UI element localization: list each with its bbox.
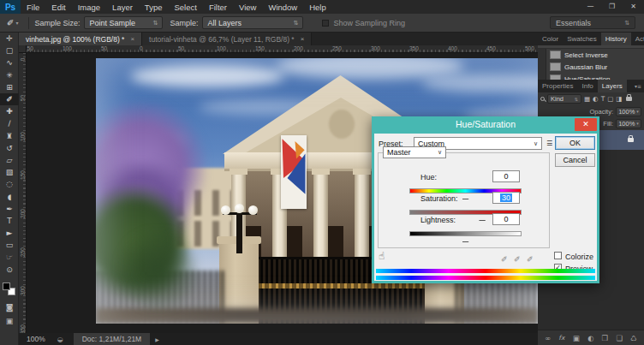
channel-dropdown[interactable]: Master ∨ [383, 146, 446, 158]
history-brush-tool[interactable]: ↺ [0, 142, 19, 154]
panel-tab-swatches[interactable]: Swatches [563, 33, 601, 45]
healing-brush-tool[interactable]: ✚ [0, 105, 19, 117]
saturation-label: Saturation: [420, 194, 458, 203]
show-sampling-ring-checkbox[interactable] [322, 20, 329, 27]
dialog-title[interactable]: Hue/Saturation [372, 116, 599, 134]
screen-mode-icon[interactable]: ▣ [0, 317, 19, 325]
menu-item-file[interactable]: File [27, 3, 39, 12]
document-tab-1[interactable]: tutorial-vinheta @ 66,7% (Layer 11, RGB/… [142, 33, 312, 45]
marquee-tool[interactable]: ▢ [0, 45, 19, 57]
link-layers-icon[interactable]: ∞ [545, 334, 551, 342]
new-layer-icon[interactable]: ❏ [616, 334, 623, 342]
hue-input[interactable]: 0 [492, 170, 520, 182]
zoom-level-field[interactable]: 100% [27, 335, 45, 343]
new-adjustment-layer-icon[interactable]: ◐ [587, 334, 593, 342]
status-expand-icon[interactable]: ▶ [155, 336, 159, 342]
foreground-color-swatch[interactable] [3, 283, 10, 290]
menu-item-view[interactable]: View [239, 3, 256, 12]
menu-item-select[interactable]: Select [174, 3, 196, 12]
menu-item-help[interactable]: Help [309, 3, 326, 12]
tab-close-icon[interactable]: × [301, 35, 305, 43]
panel-tab-actions[interactable]: Actions [631, 33, 644, 45]
filter-lock-icon[interactable] [626, 97, 632, 101]
gradient-tool[interactable]: ▧ [0, 166, 19, 178]
add-layer-mask-icon[interactable]: ▣ [573, 334, 580, 342]
menu-item-filter[interactable]: Filter [209, 3, 227, 12]
lightness-input[interactable]: 0 [492, 213, 520, 225]
channel-value: Master [387, 148, 411, 157]
window-minimize-button[interactable]: — [580, 0, 601, 14]
dialog-close-button[interactable]: ✕ [575, 118, 597, 131]
sample-size-label: Sample Size: [34, 19, 80, 27]
eraser-tool[interactable]: ▱ [0, 154, 19, 166]
filter-adjustment-layers-icon[interactable]: ◐ [593, 95, 599, 103]
ruler-mark: 200 [294, 45, 303, 51]
pen-tool[interactable]: ✒ [0, 203, 19, 215]
eyedropper-add-icon[interactable]: ✐ [514, 255, 521, 264]
filter-shape-layers-icon[interactable]: ▢ [607, 95, 613, 103]
opacity-field[interactable]: 100% ▾ [616, 107, 641, 116]
layers-footer: ∞fx▣◐❒❏♺ [538, 330, 644, 345]
fill-field[interactable]: 100% ▾ [616, 119, 641, 128]
eyedropper-tool[interactable]: ✐ [0, 93, 19, 105]
targeted-adjustment-tool-icon[interactable]: ☝ [379, 250, 385, 262]
menu-item-type[interactable]: Type [145, 3, 163, 12]
sample-size-dropdown[interactable]: Point Sample ⇅ [84, 16, 163, 29]
zoom-tool[interactable]: ⊙ [0, 264, 19, 276]
lasso-tool[interactable]: ∿ [0, 57, 19, 68]
filter-smart-objects-icon[interactable]: ◨ [616, 95, 622, 103]
panel-tab-info[interactable]: Info [577, 80, 597, 92]
eyedropper-subtract-icon[interactable]: ✐ [527, 255, 534, 264]
filter-type-layers-icon[interactable]: T [601, 95, 605, 103]
panel-tab-history[interactable]: History [601, 33, 631, 45]
window-close-button[interactable]: ✕ [623, 0, 644, 14]
workspace-switcher[interactable]: Essentials ⇅ [550, 16, 635, 29]
history-state-gaussian-blur[interactable]: Gaussian Blur [538, 61, 644, 73]
type-tool[interactable]: T [0, 215, 19, 227]
history-source-checkbox[interactable] [538, 61, 546, 73]
menu-item-window[interactable]: Window [268, 3, 297, 12]
menu-item-image[interactable]: Image [78, 3, 100, 12]
panel-tab-color[interactable]: Color [538, 33, 563, 45]
menu-item-layer[interactable]: Layer [112, 3, 133, 12]
dropdown-arrows-icon: ⇅ [148, 20, 158, 27]
layer-effects-icon[interactable]: fx [558, 334, 564, 342]
crop-tool[interactable]: ⊞ [0, 81, 19, 93]
path-selection-tool[interactable]: ► [0, 227, 19, 239]
preset-options-icon[interactable]: ☰ [546, 140, 552, 147]
dodge-tool[interactable]: ◖ [0, 190, 19, 202]
history-source-checkbox[interactable] [538, 49, 546, 61]
brush-tool[interactable]: ∕ [0, 117, 19, 129]
panel-tab-layers[interactable]: Layers [598, 80, 627, 92]
lightness-slider[interactable] [409, 231, 522, 236]
eyedropper-icon[interactable]: ✐ [7, 18, 14, 27]
history-state-select-inverse[interactable]: Select Inverse [538, 49, 644, 61]
hand-tool[interactable]: ☞ [0, 251, 19, 263]
saturation-input[interactable]: 30 [492, 192, 520, 204]
new-group-icon[interactable]: ❒ [602, 334, 609, 342]
layer-filter-dropdown[interactable]: Kind ⇅ [547, 94, 581, 104]
menu-item-edit[interactable]: Edit [51, 3, 65, 12]
color-swatches[interactable] [3, 283, 16, 297]
quick-mask-icon[interactable]: ◙ [0, 303, 19, 312]
window-restore-button[interactable]: ❐ [601, 0, 623, 14]
lightness-label: Lightness: [420, 216, 456, 224]
tab-close-icon[interactable]: × [130, 35, 134, 43]
filter-pixel-layers-icon[interactable]: ▦ [584, 95, 590, 103]
opacity-label: Opacity: [589, 108, 613, 116]
document-tab-0[interactable]: vinheta.jpg @ 100% (RGB/8) *× [19, 33, 142, 45]
ok-button[interactable]: OK [555, 136, 595, 150]
delete-layer-icon[interactable]: ♺ [630, 334, 637, 342]
sample-dropdown[interactable]: All Layers ⇅ [202, 16, 303, 29]
panel-tab-properties[interactable]: Properties [538, 80, 577, 92]
clone-stamp-tool[interactable]: ♜ [0, 130, 19, 142]
shape-tool[interactable]: ▭ [0, 239, 19, 251]
move-tool[interactable]: ✛ [0, 33, 19, 45]
cancel-button[interactable]: Cancel [555, 153, 595, 167]
colorize-checkbox[interactable] [554, 252, 562, 259]
quick-selection-tool[interactable]: ✳ [0, 69, 19, 81]
panel-menu-icon[interactable]: ▾≡ [635, 83, 641, 89]
eyedropper-sample-icon[interactable]: ✐ [501, 255, 508, 264]
tool-preset-arrow-icon[interactable]: ▾ [15, 20, 18, 26]
blur-tool[interactable]: ◌ [0, 178, 19, 190]
